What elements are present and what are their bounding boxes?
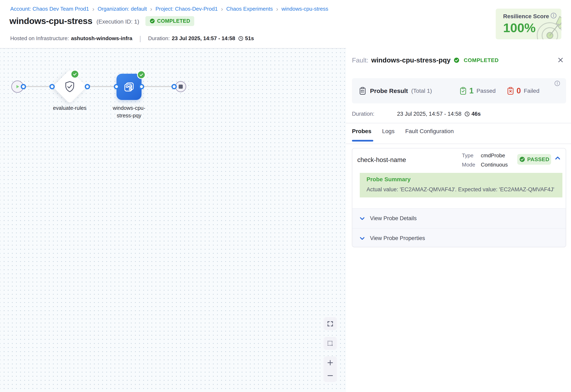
check-circle-icon [519,156,525,162]
duration-elapsed: 51s [245,35,254,42]
breadcrumb-current-link[interactable]: windows-cpu-stress [281,6,328,12]
probe-type-mode: Type cmdProbe Mode Continuous [462,151,508,169]
probe-type-label: Type [462,151,479,160]
evaluate-rules-success-badge [71,70,79,78]
check-icon [73,72,77,76]
probe-type-value: cmdProbe [481,152,505,158]
chevron-right-icon: › [150,6,152,12]
probe-result-total: (Total 1) [411,88,432,94]
breadcrumb: Account: Chaos Dev Team Prod1 › Organiza… [10,6,328,12]
active-tab-indicator [352,140,373,141]
page-title: windows-cpu-stress [9,16,92,26]
selection-box-icon [327,340,334,347]
info-icon[interactable] [550,12,557,20]
experiment-status-text: COMPLETED [157,18,190,24]
node-port [171,84,177,89]
breadcrumb-account-link[interactable]: Account: Chaos Dev Team Prod1 [10,6,89,12]
clipboard-check-icon [459,87,467,95]
info-icon[interactable] [554,80,560,87]
execution-id: (Execution ID: 1) [96,17,139,25]
check-icon [139,72,144,77]
zoom-in-button[interactable] [323,356,337,369]
windows-cpu-stress-fault-node[interactable] [117,74,141,100]
divider [346,123,571,123]
play-icon [14,84,20,90]
check-circle-icon [150,18,155,24]
fullscreen-button[interactable] [323,317,337,330]
duration-label: Duration: [148,35,170,42]
zoom-out-button[interactable] [323,369,337,382]
app-window: Account: Chaos Dev Team Prod1 › Organiza… [0,0,571,392]
node-port [139,84,144,89]
pipeline-canvas[interactable]: evaluate-rules windows-cpu- stress-pqy [0,48,346,392]
infra-label: Hosted on Infrastructure: [10,35,69,42]
clipboard-list-icon [359,87,366,95]
stop-icon [179,84,183,89]
probe-result-title: Probe Result [370,87,408,94]
evaluate-rules-label: evaluate-rules [47,104,92,112]
clock-icon [464,111,470,117]
failed-label: Failed [524,88,540,94]
collapse-probe-button[interactable] [554,155,561,162]
experiment-status-badge: COMPLETED [145,16,194,26]
probe-name: check-host-name [357,156,406,164]
chaos-fault-icon [123,81,135,93]
chevron-up-icon [554,155,561,162]
clock-icon [238,36,243,41]
fault-details-panel: Fault: windows-cpu-stress-pqy COMPLETED … [346,48,571,392]
chevron-right-icon: › [92,6,94,12]
pipeline-end-node[interactable] [175,81,186,92]
view-probe-properties-label: View Probe Properties [370,235,425,241]
resilience-score-label: Resilience Score [503,13,549,20]
chevron-down-icon [359,235,365,242]
divider: | [139,34,141,42]
infra-value: ashutosh-windows-infra [71,35,132,42]
fault-node-label-line2: stress-pqy [106,112,151,119]
failed-count: 0 [517,86,521,95]
probe-summary-box: Probe Summary Actual value: 'EC2AMAZ-QMV… [360,173,562,197]
panel-duration-elapsed: 46s [471,111,481,117]
tab-fault-configuration[interactable]: Fault Configuration [405,128,454,135]
probe-card-footer: View Probe Details View Probe Properties [352,208,566,247]
page-header: Account: Chaos Dev Team Prod1 › Organiza… [0,0,571,48]
panel-tabs: Probes Logs Fault Configuration [352,128,454,135]
node-port [21,84,26,89]
probe-result-summary: Probe Result (Total 1) 1 Passed [352,78,566,103]
panel-duration-label: Duration: [352,111,397,117]
breadcrumb-project-link[interactable]: Project: Chaos-Dev-Prod1 [155,6,218,12]
plus-icon [327,359,334,366]
chevron-right-icon: › [221,6,223,12]
node-port [114,84,119,89]
probe-mode-value: Continuous [481,162,508,168]
probe-status-text: PASSED [527,156,549,163]
close-icon [557,56,564,63]
tab-logs[interactable]: Logs [382,128,395,135]
fault-success-badge [137,70,146,79]
fault-status-text: COMPLETED [464,57,499,63]
probe-summary-text: Actual value: 'EC2AMAZ-QMVAF4J'. Expecte… [366,186,556,193]
zoom-controls [323,356,337,382]
node-port [49,84,55,89]
close-panel-button[interactable] [556,56,565,64]
selection-tool-button[interactable] [323,337,337,350]
breadcrumb-experiments-link[interactable]: Chaos Experiments [226,6,273,12]
view-probe-properties-toggle[interactable]: View Probe Properties [352,228,566,247]
passed-count: 1 [469,86,474,95]
probe-status-badge: PASSED [517,154,551,165]
evaluate-rules-node[interactable] [53,70,87,104]
breadcrumb-org-link[interactable]: Organization: default [98,6,147,12]
fault-name: windows-cpu-stress-pqy [371,56,451,64]
view-probe-details-toggle[interactable]: View Probe Details [352,209,566,228]
chevron-right-icon: › [276,6,278,12]
probe-card: check-host-name Type cmdProbe Mode Conti… [352,148,566,247]
duration-value: 23 Jul 2025, 14:57 - 14:58 [172,35,235,42]
experiment-meta: Hosted on Infrastructure: ashutosh-windo… [10,34,254,42]
minus-icon [327,372,334,379]
check-circle-icon [453,57,460,63]
panel-duration-value: 23 Jul 2025, 14:57 - 14:58 [397,111,462,117]
chevron-down-icon [359,215,365,222]
passed-label: Passed [477,88,496,94]
fault-node-label: windows-cpu- stress-pqy [106,104,151,119]
node-port [85,84,90,89]
tab-probes[interactable]: Probes [352,128,371,135]
